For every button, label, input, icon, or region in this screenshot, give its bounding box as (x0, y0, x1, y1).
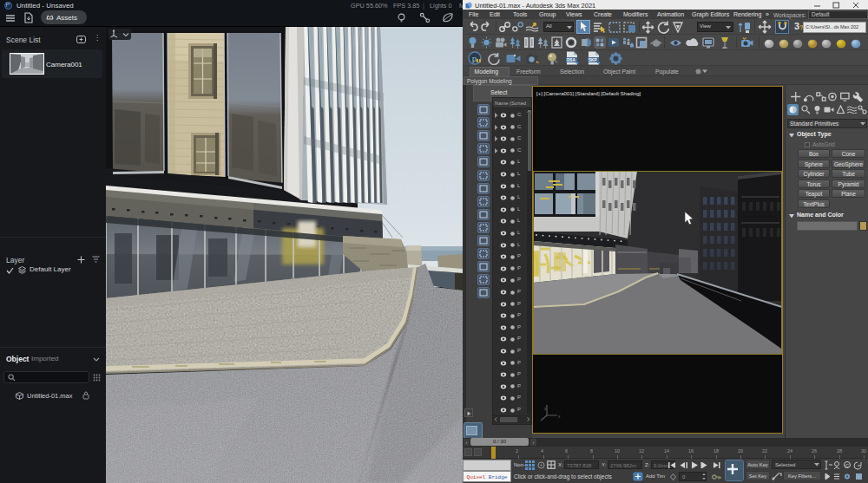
svg-text:C: C (845, 463, 850, 468)
svg-text:SKP: SKP (589, 58, 596, 62)
svg-text:x: x (558, 414, 561, 419)
svg-text:DSA: DSA (567, 58, 575, 62)
svg-text:p: p (472, 55, 477, 63)
